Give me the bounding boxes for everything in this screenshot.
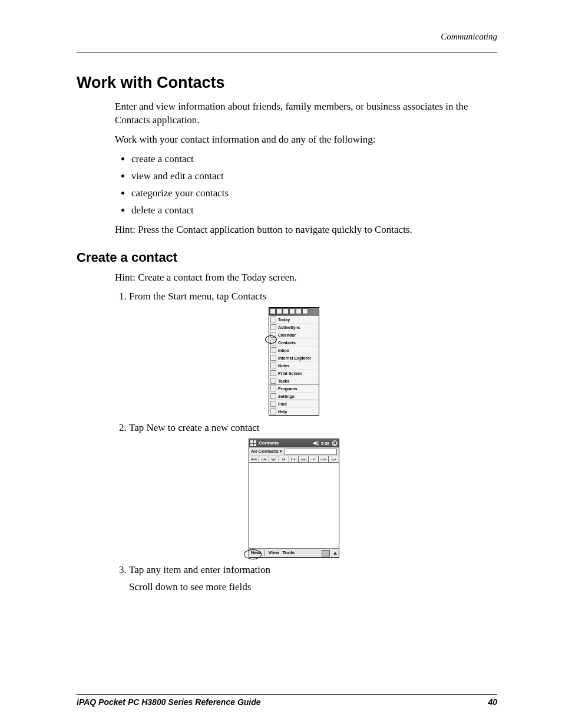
alpha-tab[interactable]: uvw xyxy=(319,456,329,463)
alpha-tab[interactable]: #ab xyxy=(249,456,259,463)
alpha-tab[interactable]: rst xyxy=(309,456,319,463)
alpha-tab[interactable]: cde xyxy=(259,456,269,463)
list-item: view and edit a contact xyxy=(131,170,497,183)
keyboard-icon[interactable] xyxy=(322,550,330,556)
document-page: Communicating Work with Contacts Enter a… xyxy=(0,0,562,728)
menu-item-programs[interactable]: Programs xyxy=(269,384,319,392)
menu-item-print-screen[interactable]: Print Screen xyxy=(269,369,319,377)
view-button[interactable]: View xyxy=(268,550,279,556)
speaker-icon[interactable]: ◀ξ xyxy=(313,440,319,447)
menu-item-calendar[interactable]: Calendar xyxy=(269,331,319,338)
hint-paragraph: Hint: Press the Contact application butt… xyxy=(115,223,497,237)
app-icon xyxy=(270,401,276,407)
titlebar-icon xyxy=(289,308,295,314)
alpha-tab[interactable]: opq xyxy=(299,456,309,463)
tools-button[interactable]: Tools xyxy=(283,550,295,556)
callout-circle-icon xyxy=(244,549,262,559)
steps-list: From the Start menu, tap Contacts xyxy=(115,290,497,594)
titlebar-icon xyxy=(283,308,289,314)
list-item: delete a contact xyxy=(131,204,497,218)
hint-paragraph-2: Hint: Create a contact from the Today sc… xyxy=(115,271,497,285)
screenshot-start-menu: Today ActiveSync Calendar Contacts Inbox… xyxy=(269,307,319,416)
body-content: Enter and view information about friends… xyxy=(115,100,497,237)
menu-item-help[interactable]: Help xyxy=(269,407,319,415)
alpha-tab[interactable]: ijk xyxy=(279,456,289,463)
app-icon xyxy=(270,363,276,368)
titlebar-icon xyxy=(276,308,282,314)
heading-work-with-contacts: Work with Contacts xyxy=(77,74,497,92)
running-header: Communicating xyxy=(441,32,497,42)
app-icon xyxy=(270,347,276,353)
heading-create-a-contact: Create a contact xyxy=(77,250,497,265)
menu-item-today[interactable]: Today xyxy=(269,316,319,323)
step-3-subtext: Scroll down to see more fields xyxy=(129,581,497,594)
separator-icon xyxy=(264,550,265,556)
clock-text: 5:36 xyxy=(321,441,329,446)
category-dropdown[interactable]: All Contacts xyxy=(251,449,282,455)
titlebar-icon xyxy=(302,308,308,314)
titlebar-icon xyxy=(270,308,276,314)
app-icon xyxy=(270,370,276,376)
footer-rule xyxy=(77,694,497,695)
titlebar-title: Contacts xyxy=(259,440,279,447)
alpha-index-bar: #ab cde fgh ijk lmn opq rst uvw xyz xyxy=(249,456,339,463)
list-item: categorize your contacts xyxy=(131,187,497,200)
alpha-tab[interactable]: fgh xyxy=(269,456,279,463)
command-bar: New View Tools xyxy=(249,548,339,557)
menu-item-internet-explorer[interactable]: Internet Explorer xyxy=(269,354,319,361)
contacts-list-area[interactable] xyxy=(249,463,339,548)
capabilities-list: create a contact view and edit a contact… xyxy=(115,153,497,218)
app-icon xyxy=(270,324,276,330)
step-2-text: Tap New to create a new contact xyxy=(129,422,260,433)
menu-item-find[interactable]: Find xyxy=(269,400,319,407)
step-3-text: Tap any item and enter information xyxy=(129,564,270,575)
header-rule xyxy=(77,52,497,52)
app-icon xyxy=(270,355,276,361)
app-icon xyxy=(270,409,276,414)
app-icon xyxy=(270,317,276,322)
close-icon[interactable]: ✕ xyxy=(332,440,338,446)
search-input[interactable] xyxy=(285,449,337,455)
step-1: From the Start menu, tap Contacts xyxy=(129,290,497,416)
step-2: Tap New to create a new contact Contacts… xyxy=(129,421,497,558)
menu-item-inbox[interactable]: Inbox xyxy=(269,346,319,354)
step-1-text: From the Start menu, tap Contacts xyxy=(129,291,266,302)
alpha-tab[interactable]: lmn xyxy=(289,456,299,463)
start-menu-titlebar xyxy=(269,308,319,315)
menu-item-tasks[interactable]: Tasks xyxy=(269,377,319,384)
screenshot-contacts-app: Contacts ◀ξ 5:36 ✕ All Contacts xyxy=(249,439,339,558)
titlebar-icon xyxy=(296,308,302,314)
menu-item-settings[interactable]: Settings xyxy=(269,392,319,400)
app-icon xyxy=(270,386,276,391)
alpha-tab[interactable]: xyz xyxy=(329,456,339,463)
app-icon xyxy=(270,393,276,399)
menu-item-notes[interactable]: Notes xyxy=(269,361,319,369)
intro-paragraph-1: Enter and view information about friends… xyxy=(115,100,497,127)
contacts-titlebar: Contacts ◀ξ 5:36 ✕ xyxy=(249,439,339,447)
step-3: Tap any item and enter information Scrol… xyxy=(129,564,497,594)
page-footer: iPAQ Pocket PC H3800 Series Reference Gu… xyxy=(77,694,497,707)
footer-book-title: iPAQ Pocket PC H3800 Series Reference Gu… xyxy=(77,697,261,707)
footer-page-number: 40 xyxy=(488,697,497,707)
start-icon[interactable] xyxy=(250,440,256,446)
menu-item-activesync[interactable]: ActiveSync xyxy=(269,323,319,331)
intro-paragraph-2: Work with your contact information and d… xyxy=(115,133,497,147)
input-panel-toggle-icon[interactable] xyxy=(333,552,337,555)
app-icon xyxy=(270,378,276,384)
list-item: create a contact xyxy=(131,153,497,166)
